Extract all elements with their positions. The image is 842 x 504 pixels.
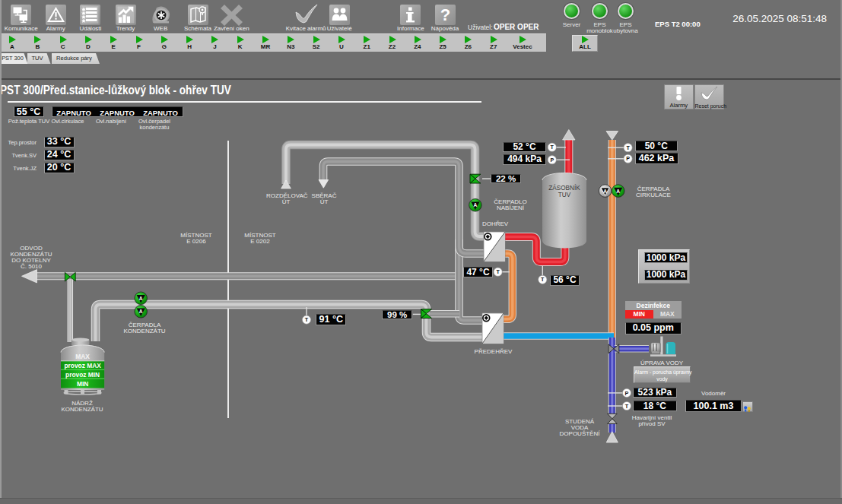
svg-text:A: A xyxy=(603,189,607,194)
svg-text:P: P xyxy=(625,390,629,397)
svg-text:MAX: MAX xyxy=(75,353,90,360)
svg-text:A: A xyxy=(616,189,620,194)
svg-text:T: T xyxy=(496,268,500,275)
svg-text:A: A xyxy=(139,296,143,301)
svg-text:T: T xyxy=(626,144,630,151)
svg-text:T: T xyxy=(625,403,629,410)
svg-text:provoz MAX: provoz MAX xyxy=(64,362,101,369)
svg-text:T: T xyxy=(541,276,545,283)
svg-text:MIN: MIN xyxy=(77,380,88,388)
svg-text:A: A xyxy=(474,202,478,208)
svg-text:T: T xyxy=(551,144,554,151)
svg-text:A: A xyxy=(139,309,143,314)
svg-text:provoz MIN: provoz MIN xyxy=(65,371,100,379)
svg-text:P: P xyxy=(626,155,630,162)
svg-text:T: T xyxy=(305,316,309,323)
svg-text:ZÁSOBNÍK: ZÁSOBNÍK xyxy=(548,184,580,192)
svg-text:TUV: TUV xyxy=(558,192,571,198)
svg-text:P: P xyxy=(550,157,554,163)
